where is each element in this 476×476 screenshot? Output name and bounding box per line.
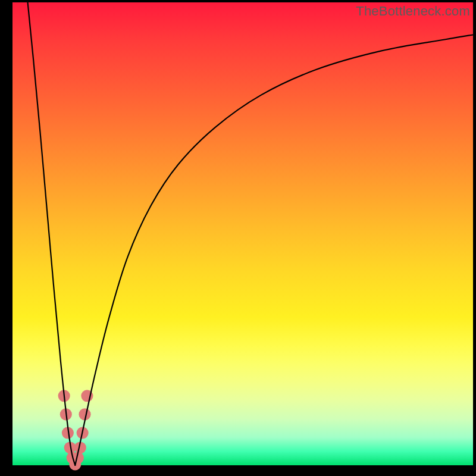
chart-svg xyxy=(12,2,473,465)
ok-band-markers xyxy=(58,390,93,470)
watermark-text: TheBottleneck.com xyxy=(356,4,470,19)
bottleneck-curve-right xyxy=(75,35,473,465)
chart-frame: TheBottleneck.com xyxy=(0,0,476,476)
